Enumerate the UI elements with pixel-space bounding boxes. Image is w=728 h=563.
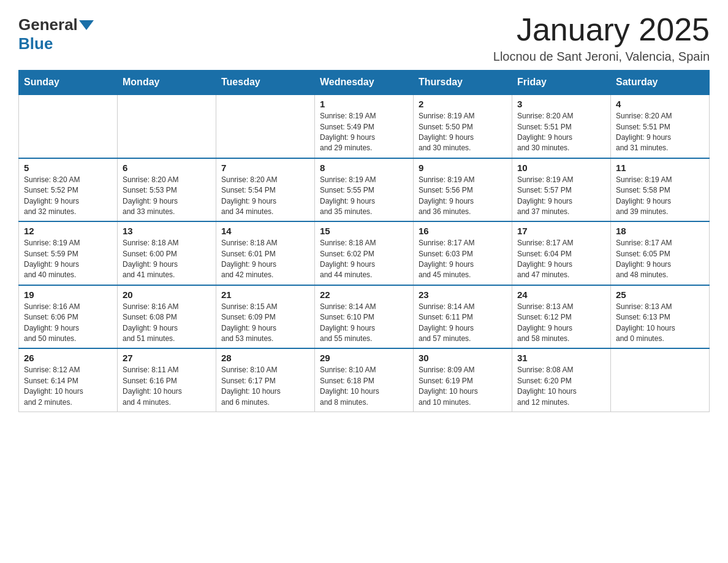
day-info: Sunrise: 8:20 AMSunset: 5:51 PMDaylight:…	[517, 111, 605, 154]
day-number: 15	[320, 226, 408, 236]
calendar-cell: 15Sunrise: 8:18 AMSunset: 6:02 PMDayligh…	[315, 221, 414, 285]
calendar-cell: 29Sunrise: 8:10 AMSunset: 6:18 PMDayligh…	[315, 348, 414, 412]
day-info: Sunrise: 8:20 AMSunset: 5:51 PMDaylight:…	[616, 111, 704, 154]
day-number: 18	[616, 226, 704, 236]
calendar-cell: 17Sunrise: 8:17 AMSunset: 6:04 PMDayligh…	[512, 221, 611, 285]
weekday-header-sunday: Sunday	[19, 71, 118, 95]
logo: General Blue	[18, 12, 95, 53]
weekday-header-thursday: Thursday	[414, 71, 512, 95]
calendar-cell: 7Sunrise: 8:20 AMSunset: 5:54 PMDaylight…	[216, 158, 315, 222]
day-number: 11	[616, 163, 704, 173]
day-info: Sunrise: 8:20 AMSunset: 5:53 PMDaylight:…	[123, 175, 211, 218]
day-info: Sunrise: 8:11 AMSunset: 6:16 PMDaylight:…	[123, 365, 211, 408]
logo-blue-text: Blue	[18, 34, 53, 53]
calendar-cell: 1Sunrise: 8:19 AMSunset: 5:49 PMDaylight…	[315, 94, 414, 158]
day-number: 7	[221, 163, 309, 173]
calendar-cell: 25Sunrise: 8:13 AMSunset: 6:13 PMDayligh…	[611, 285, 710, 349]
calendar-week-row: 5Sunrise: 8:20 AMSunset: 5:52 PMDaylight…	[19, 158, 710, 222]
day-number: 3	[517, 99, 605, 109]
weekday-header-tuesday: Tuesday	[216, 71, 315, 95]
day-number: 1	[320, 99, 408, 109]
day-info: Sunrise: 8:19 AMSunset: 5:50 PMDaylight:…	[419, 111, 507, 154]
calendar-cell: 11Sunrise: 8:19 AMSunset: 5:58 PMDayligh…	[611, 158, 710, 222]
calendar-cell: 13Sunrise: 8:18 AMSunset: 6:00 PMDayligh…	[118, 221, 216, 285]
title-block: January 2025 Llocnou de Sant Jeroni, Val…	[493, 12, 710, 64]
day-number: 20	[123, 289, 211, 300]
day-info: Sunrise: 8:09 AMSunset: 6:19 PMDaylight:…	[419, 365, 507, 408]
weekday-header-row: SundayMondayTuesdayWednesdayThursdayFrid…	[19, 71, 710, 95]
day-number: 28	[221, 353, 309, 363]
day-info: Sunrise: 8:19 AMSunset: 5:49 PMDaylight:…	[320, 111, 408, 154]
calendar-week-row: 1Sunrise: 8:19 AMSunset: 5:49 PMDaylight…	[19, 94, 710, 158]
day-number: 4	[616, 99, 704, 109]
calendar-cell	[19, 94, 118, 158]
calendar-cell: 20Sunrise: 8:16 AMSunset: 6:08 PMDayligh…	[118, 285, 216, 349]
day-info: Sunrise: 8:10 AMSunset: 6:18 PMDaylight:…	[320, 365, 408, 408]
calendar-cell: 21Sunrise: 8:15 AMSunset: 6:09 PMDayligh…	[216, 285, 315, 349]
calendar-cell: 26Sunrise: 8:12 AMSunset: 6:14 PMDayligh…	[19, 348, 118, 412]
day-number: 23	[419, 289, 507, 300]
calendar-cell: 2Sunrise: 8:19 AMSunset: 5:50 PMDaylight…	[414, 94, 512, 158]
calendar-cell: 3Sunrise: 8:20 AMSunset: 5:51 PMDaylight…	[512, 94, 611, 158]
calendar-week-row: 26Sunrise: 8:12 AMSunset: 6:14 PMDayligh…	[19, 348, 710, 412]
calendar-week-row: 19Sunrise: 8:16 AMSunset: 6:06 PMDayligh…	[19, 285, 710, 349]
calendar-cell: 10Sunrise: 8:19 AMSunset: 5:57 PMDayligh…	[512, 158, 611, 222]
day-info: Sunrise: 8:19 AMSunset: 5:55 PMDaylight:…	[320, 175, 408, 218]
month-title: January 2025	[493, 12, 710, 47]
day-number: 26	[24, 353, 112, 363]
day-info: Sunrise: 8:19 AMSunset: 5:59 PMDaylight:…	[24, 238, 112, 281]
day-info: Sunrise: 8:18 AMSunset: 6:01 PMDaylight:…	[221, 238, 309, 281]
calendar-cell: 5Sunrise: 8:20 AMSunset: 5:52 PMDaylight…	[19, 158, 118, 222]
weekday-header-friday: Friday	[512, 71, 611, 95]
day-number: 9	[419, 163, 507, 173]
day-info: Sunrise: 8:13 AMSunset: 6:13 PMDaylight:…	[616, 302, 704, 345]
calendar-cell: 24Sunrise: 8:13 AMSunset: 6:12 PMDayligh…	[512, 285, 611, 349]
calendar-cell	[118, 94, 216, 158]
day-number: 12	[24, 226, 112, 236]
day-number: 29	[320, 353, 408, 363]
day-number: 27	[123, 353, 211, 363]
calendar-cell: 4Sunrise: 8:20 AMSunset: 5:51 PMDaylight…	[611, 94, 710, 158]
page-header: General Blue January 2025 Llocnou de San…	[18, 12, 710, 64]
day-info: Sunrise: 8:18 AMSunset: 6:02 PMDaylight:…	[320, 238, 408, 281]
day-info: Sunrise: 8:16 AMSunset: 6:08 PMDaylight:…	[123, 302, 211, 345]
logo-general-text: General	[18, 15, 78, 34]
day-info: Sunrise: 8:19 AMSunset: 5:56 PMDaylight:…	[419, 175, 507, 218]
location-title: Llocnou de Sant Jeroni, Valencia, Spain	[493, 50, 710, 64]
day-number: 21	[221, 289, 309, 300]
day-info: Sunrise: 8:12 AMSunset: 6:14 PMDaylight:…	[24, 365, 112, 408]
calendar-cell: 27Sunrise: 8:11 AMSunset: 6:16 PMDayligh…	[118, 348, 216, 412]
day-info: Sunrise: 8:19 AMSunset: 5:57 PMDaylight:…	[517, 175, 605, 218]
day-info: Sunrise: 8:14 AMSunset: 6:11 PMDaylight:…	[419, 302, 507, 345]
day-number: 22	[320, 289, 408, 300]
calendar-cell: 31Sunrise: 8:08 AMSunset: 6:20 PMDayligh…	[512, 348, 611, 412]
day-info: Sunrise: 8:14 AMSunset: 6:10 PMDaylight:…	[320, 302, 408, 345]
day-number: 31	[517, 353, 605, 363]
weekday-header-monday: Monday	[118, 71, 216, 95]
day-number: 13	[123, 226, 211, 236]
day-info: Sunrise: 8:15 AMSunset: 6:09 PMDaylight:…	[221, 302, 309, 345]
day-number: 2	[419, 99, 507, 109]
weekday-header-saturday: Saturday	[611, 71, 710, 95]
day-info: Sunrise: 8:18 AMSunset: 6:00 PMDaylight:…	[123, 238, 211, 281]
calendar-cell	[216, 94, 315, 158]
calendar-cell: 19Sunrise: 8:16 AMSunset: 6:06 PMDayligh…	[19, 285, 118, 349]
day-info: Sunrise: 8:13 AMSunset: 6:12 PMDaylight:…	[517, 302, 605, 345]
day-number: 19	[24, 289, 112, 300]
calendar-cell: 22Sunrise: 8:14 AMSunset: 6:10 PMDayligh…	[315, 285, 414, 349]
day-info: Sunrise: 8:08 AMSunset: 6:20 PMDaylight:…	[517, 365, 605, 408]
calendar-cell: 28Sunrise: 8:10 AMSunset: 6:17 PMDayligh…	[216, 348, 315, 412]
day-info: Sunrise: 8:17 AMSunset: 6:04 PMDaylight:…	[517, 238, 605, 281]
calendar-week-row: 12Sunrise: 8:19 AMSunset: 5:59 PMDayligh…	[19, 221, 710, 285]
calendar-cell: 23Sunrise: 8:14 AMSunset: 6:11 PMDayligh…	[414, 285, 512, 349]
calendar-cell: 30Sunrise: 8:09 AMSunset: 6:19 PMDayligh…	[414, 348, 512, 412]
calendar-cell: 6Sunrise: 8:20 AMSunset: 5:53 PMDaylight…	[118, 158, 216, 222]
day-info: Sunrise: 8:20 AMSunset: 5:54 PMDaylight:…	[221, 175, 309, 218]
logo-arrow-icon	[79, 20, 94, 30]
day-info: Sunrise: 8:17 AMSunset: 6:05 PMDaylight:…	[616, 238, 704, 281]
day-info: Sunrise: 8:10 AMSunset: 6:17 PMDaylight:…	[221, 365, 309, 408]
day-number: 24	[517, 289, 605, 300]
day-number: 10	[517, 163, 605, 173]
calendar-cell: 12Sunrise: 8:19 AMSunset: 5:59 PMDayligh…	[19, 221, 118, 285]
day-number: 25	[616, 289, 704, 300]
